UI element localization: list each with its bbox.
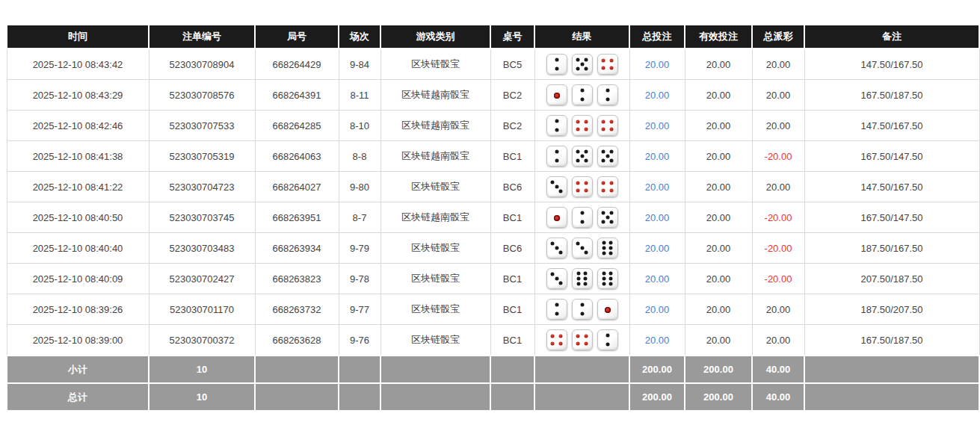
cell-total_bet: 20.00 xyxy=(629,80,685,111)
summary-row-subtotal: 小计10200.00200.0040.00 xyxy=(7,356,979,383)
die-pip xyxy=(551,334,555,338)
cell-result xyxy=(534,172,629,202)
die-pip xyxy=(555,58,558,62)
cell-total_payout: -20.00 xyxy=(752,264,804,294)
die-pip xyxy=(550,273,554,276)
die-pip xyxy=(551,342,555,346)
die-pip xyxy=(580,97,584,101)
die-pip xyxy=(576,342,580,346)
die-pip xyxy=(576,58,579,62)
die-pip xyxy=(555,311,558,315)
cell-session: 9-76 xyxy=(339,325,380,356)
die-pip xyxy=(605,307,611,313)
die-pip xyxy=(559,281,563,285)
summary-cell-label: 总计 xyxy=(7,383,149,411)
cell-total_payout: 20.00 xyxy=(752,111,804,141)
die-pip xyxy=(609,66,613,70)
cell-session: 9-77 xyxy=(339,294,380,325)
summary-cell-valid_bet: 200.00 xyxy=(685,383,752,411)
cell-result xyxy=(534,141,629,172)
cell-valid_bet: 20.00 xyxy=(685,49,752,80)
die-face-3-icon xyxy=(546,176,567,197)
die-face-6-icon xyxy=(597,268,618,289)
column-header-bet_id: 注单编号 xyxy=(149,25,255,49)
die-pip xyxy=(601,211,605,215)
total-bet-link[interactable]: 20.00 xyxy=(645,273,670,285)
cell-table_no: BC1 xyxy=(490,325,534,356)
cell-total_payout: -20.00 xyxy=(752,141,804,172)
die-pip xyxy=(608,241,612,245)
summary-cell-total_payout: 40.00 xyxy=(752,356,804,383)
die-pip xyxy=(555,66,558,70)
die-pip xyxy=(609,58,613,62)
table-footer: 小计10200.00200.0040.00总计10200.00200.0040.… xyxy=(7,356,979,411)
cell-total_payout: 20.00 xyxy=(752,49,804,80)
die-pip xyxy=(558,334,562,338)
die-face-4-icon xyxy=(597,115,618,136)
cell-bet_id: 523030704723 xyxy=(149,172,255,202)
die-pip xyxy=(602,58,605,62)
die-pip xyxy=(576,158,579,162)
cell-bet_id: 523030705319 xyxy=(149,141,255,172)
column-header-game_type: 游戏类别 xyxy=(380,25,490,49)
die-pip xyxy=(576,128,580,131)
cell-result xyxy=(534,233,629,264)
cell-game_type: 区块链越南骰宝 xyxy=(380,80,490,111)
table-row: 2025-12-10 08:43:29523030708576668264391… xyxy=(7,80,979,111)
total-bet-link[interactable]: 20.00 xyxy=(645,90,670,101)
cell-remark: 167.50/187.50 xyxy=(804,325,979,356)
die-face-6-icon xyxy=(597,238,618,258)
total-bet-link[interactable]: 20.00 xyxy=(645,243,670,254)
summary-cell-empty xyxy=(380,356,490,383)
dice-result xyxy=(538,54,626,75)
total-bet-link[interactable]: 20.00 xyxy=(645,151,670,162)
die-pip xyxy=(605,155,609,158)
cell-table_no: BC1 xyxy=(490,141,534,172)
die-pip xyxy=(608,246,612,250)
die-face-4-icon xyxy=(597,176,618,197)
cell-bet_id: 523030703745 xyxy=(149,202,255,233)
total-bet-link[interactable]: 20.00 xyxy=(645,304,670,315)
cell-time: 2025-12-10 08:42:46 xyxy=(7,111,149,141)
die-pip xyxy=(608,251,612,255)
table-row: 2025-12-10 08:40:40523030703483668263934… xyxy=(7,233,979,264)
die-face-4-icon xyxy=(597,54,618,75)
total-bet-link[interactable]: 20.00 xyxy=(645,335,670,346)
die-pip xyxy=(585,66,588,70)
die-pip xyxy=(609,128,613,131)
die-face-6-icon xyxy=(572,268,593,289)
summary-cell-total_payout: 40.00 xyxy=(752,383,804,411)
die-pip xyxy=(609,120,613,123)
die-pip xyxy=(603,272,606,276)
cell-session: 9-80 xyxy=(339,172,380,202)
die-pip xyxy=(601,150,605,154)
cell-round_id: 668264063 xyxy=(255,141,339,172)
die-pip xyxy=(584,128,588,131)
cell-bet_id: 523030708904 xyxy=(149,49,255,80)
cell-valid_bet: 20.00 xyxy=(685,141,752,172)
die-pip xyxy=(605,97,609,101)
die-face-2-icon xyxy=(546,115,567,136)
die-pip xyxy=(584,181,588,184)
total-bet-link[interactable]: 20.00 xyxy=(645,120,670,131)
cell-valid_bet: 20.00 xyxy=(685,233,752,264)
die-pip xyxy=(585,150,588,154)
total-bet-link[interactable]: 20.00 xyxy=(645,182,670,193)
cell-bet_id: 523030707533 xyxy=(149,111,255,141)
dice-result xyxy=(538,176,626,197)
die-pip xyxy=(555,150,558,154)
cell-game_type: 区块链越南骰宝 xyxy=(380,111,490,141)
cell-valid_bet: 20.00 xyxy=(685,172,752,202)
summary-cell-empty xyxy=(255,356,339,383)
total-bet-link[interactable]: 20.00 xyxy=(645,212,670,223)
cell-remark: 207.50/187.50 xyxy=(804,264,979,294)
cell-time: 2025-12-10 08:39:26 xyxy=(7,294,149,325)
dice-result xyxy=(538,238,626,258)
cell-game_type: 区块链骰宝 xyxy=(380,233,490,264)
cell-total_bet: 20.00 xyxy=(629,172,685,202)
die-pip xyxy=(603,277,606,281)
cell-session: 9-79 xyxy=(339,233,380,264)
total-bet-link[interactable]: 20.00 xyxy=(645,59,670,70)
die-pip xyxy=(583,282,587,285)
summary-cell-label: 小计 xyxy=(7,356,149,383)
